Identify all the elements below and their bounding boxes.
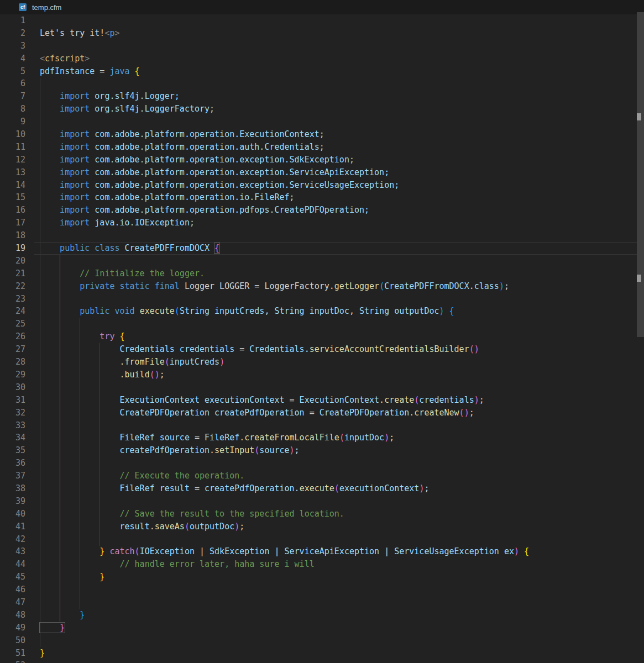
code-text[interactable]: CreatePDFOperation createPdfOperation = …	[40, 407, 474, 419]
code-line[interactable]: 9	[0, 115, 644, 128]
code-text[interactable]: <cfscript>	[40, 52, 90, 65]
line-number[interactable]: 40	[0, 508, 25, 520]
line-number[interactable]: 10	[0, 128, 25, 141]
code-line[interactable]: 8 import org.slf4j.LoggerFactory;	[0, 103, 644, 115]
line-number[interactable]: 34	[0, 432, 25, 444]
line-number[interactable]: 38	[0, 482, 25, 495]
code-text[interactable]: import com.adobe.platform.operation.Exec…	[40, 128, 324, 141]
code-line[interactable]: 1	[0, 14, 644, 27]
code-line[interactable]: 39	[0, 495, 644, 508]
line-number[interactable]: 31	[0, 394, 25, 407]
code-line[interactable]: 24 public void execute(String inputCreds…	[0, 305, 644, 318]
code-line[interactable]: 37 // Execute the operation.	[0, 470, 644, 482]
line-number[interactable]: 35	[0, 444, 25, 457]
line-number[interactable]: 32	[0, 407, 25, 419]
line-number[interactable]: 22	[0, 280, 25, 293]
code-line[interactable]: 5pdfInstance = java {	[0, 65, 644, 78]
code-text[interactable]: import com.adobe.platform.operation.auth…	[40, 141, 324, 154]
code-line[interactable]: 28 .fromFile(inputCreds)	[0, 356, 644, 369]
code-line[interactable]: 19 public class CreatePDFFromDOCX {	[0, 242, 644, 255]
line-number[interactable]: 19	[0, 242, 25, 255]
code-line[interactable]: 38 FileRef result = createPdfOperation.e…	[0, 482, 644, 495]
code-line[interactable]: 34 FileRef source = FileRef.createFromLo…	[0, 432, 644, 444]
code-line[interactable]: 52	[0, 659, 644, 663]
code-text[interactable]: }	[40, 647, 45, 660]
code-line[interactable]: 22 private static final Logger LOGGER = …	[0, 280, 644, 293]
line-number[interactable]: 23	[0, 293, 25, 306]
code-text[interactable]: }	[40, 571, 104, 583]
line-number[interactable]: 5	[0, 65, 25, 78]
line-number[interactable]: 48	[0, 609, 25, 622]
line-number[interactable]: 21	[0, 267, 25, 280]
line-number[interactable]: 1	[0, 14, 25, 27]
code-text[interactable]: import com.adobe.platform.operation.io.F…	[40, 191, 295, 204]
code-text[interactable]: FileRef source = FileRef.createFromLocal…	[40, 432, 394, 444]
code-text[interactable]: import com.adobe.platform.operation.exce…	[40, 179, 399, 192]
code-line[interactable]: 51}	[0, 647, 644, 660]
tab-temp-cfm[interactable]: cf temp.cfm	[0, 0, 88, 14]
code-editor[interactable]: 12Let's try it!<p>34<cfscript>5pdfInstan…	[0, 14, 644, 663]
line-number[interactable]: 6	[0, 77, 25, 90]
line-number[interactable]: 51	[0, 647, 25, 660]
code-line[interactable]: 32 CreatePDFOperation createPdfOperation…	[0, 407, 644, 419]
code-line[interactable]: 20	[0, 255, 644, 267]
code-line[interactable]: 7 import org.slf4j.Logger;	[0, 90, 644, 103]
code-line[interactable]: 2Let's try it!<p>	[0, 27, 644, 40]
line-number[interactable]: 33	[0, 419, 25, 432]
line-number[interactable]: 7	[0, 90, 25, 103]
line-number[interactable]: 50	[0, 634, 25, 647]
line-number[interactable]: 52	[0, 659, 25, 663]
code-text[interactable]: // Save the result to the specified loca…	[40, 508, 344, 520]
code-text[interactable]: Let's try it!<p>	[40, 27, 120, 40]
code-text[interactable]: import com.adobe.platform.operation.exce…	[40, 166, 389, 179]
line-number[interactable]: 17	[0, 217, 25, 229]
code-line[interactable]: 3	[0, 40, 644, 52]
code-line[interactable]: 18	[0, 229, 644, 242]
code-line[interactable]: 46	[0, 583, 644, 596]
code-line[interactable]: 29 .build();	[0, 369, 644, 381]
code-line[interactable]: 48 }	[0, 609, 644, 622]
code-text[interactable]: result.saveAs(outputDoc);	[40, 520, 244, 533]
line-number[interactable]: 25	[0, 318, 25, 330]
line-number[interactable]: 28	[0, 356, 25, 369]
code-text[interactable]: // Execute the operation.	[40, 470, 244, 482]
line-number[interactable]: 41	[0, 520, 25, 533]
line-number[interactable]: 8	[0, 103, 25, 115]
code-line[interactable]: 15 import com.adobe.platform.operation.i…	[0, 191, 644, 204]
line-number[interactable]: 14	[0, 179, 25, 192]
line-number[interactable]: 12	[0, 154, 25, 166]
scrollbar-slider[interactable]	[637, 12, 644, 337]
code-line[interactable]: 43 } catch(IOException | SdkException | …	[0, 545, 644, 558]
code-text[interactable]: createPdfOperation.setInput(source);	[40, 444, 300, 457]
line-number[interactable]: 42	[0, 533, 25, 546]
line-number[interactable]: 9	[0, 115, 25, 128]
code-text[interactable]: private static final Logger LOGGER = Log…	[40, 280, 509, 293]
line-number[interactable]: 15	[0, 191, 25, 204]
code-line[interactable]: 40 // Save the result to the specified l…	[0, 508, 644, 520]
code-text[interactable]: public class CreatePDFFromDOCX {	[40, 242, 219, 255]
line-number[interactable]: 47	[0, 596, 25, 609]
code-text[interactable]: }	[40, 622, 65, 634]
code-text[interactable]: import com.adobe.platform.operation.pdfo…	[40, 204, 369, 217]
line-number[interactable]: 16	[0, 204, 25, 217]
code-text[interactable]: import java.io.IOException;	[40, 217, 195, 229]
code-line[interactable]: 17 import java.io.IOException;	[0, 217, 644, 229]
code-line[interactable]: 41 result.saveAs(outputDoc);	[0, 520, 644, 533]
code-line[interactable]: 47	[0, 596, 644, 609]
line-number[interactable]: 4	[0, 52, 25, 65]
line-number[interactable]: 20	[0, 255, 25, 267]
code-line[interactable]: 36	[0, 457, 644, 470]
code-line[interactable]: 49 }	[0, 622, 644, 634]
code-line[interactable]: 31 ExecutionContext executionContext = E…	[0, 394, 644, 407]
line-number[interactable]: 30	[0, 381, 25, 394]
line-number[interactable]: 29	[0, 369, 25, 381]
line-number[interactable]: 27	[0, 343, 25, 356]
code-text[interactable]: pdfInstance = java {	[40, 65, 140, 78]
code-line[interactable]: 30	[0, 381, 644, 394]
code-line[interactable]: 35 createPdfOperation.setInput(source);	[0, 444, 644, 457]
code-text[interactable]: ExecutionContext executionContext = Exec…	[40, 394, 484, 407]
line-number[interactable]: 36	[0, 457, 25, 470]
code-text[interactable]: public void execute(String inputCreds, S…	[40, 305, 454, 318]
code-line[interactable]: 26 try {	[0, 330, 644, 343]
code-text[interactable]: .build();	[40, 369, 165, 381]
